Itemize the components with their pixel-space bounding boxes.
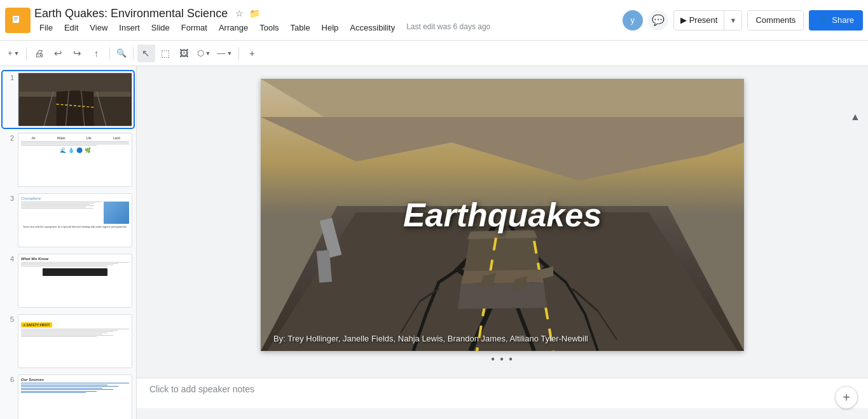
menu-insert[interactable]: Insert	[114, 22, 145, 34]
slide-canvas[interactable]: Earthquakes By: Trey Hollinger, Janelle …	[261, 79, 744, 351]
shapes-icon: ⬡	[197, 48, 204, 58]
present-label[interactable]: ▶ Present	[674, 15, 724, 25]
redo-icon: ↪	[73, 48, 81, 59]
add-slide-button[interactable]: +	[835, 386, 858, 409]
svg-line-27	[420, 289, 439, 301]
main-area: 1 Earthquakes	[0, 66, 868, 419]
slide-num-4: 4	[4, 254, 14, 263]
cursor-icon: ↖	[142, 48, 150, 59]
slide-num-1: 1	[4, 72, 14, 81]
image-button[interactable]: 🖼	[176, 45, 193, 62]
share-button[interactable]: 👤 Share	[809, 10, 863, 31]
share-icon: 👤	[818, 15, 828, 25]
menu-help[interactable]: Help	[317, 22, 344, 34]
comments-button[interactable]: Comments	[747, 10, 804, 31]
doc-icons: ☆ 📁	[233, 7, 261, 20]
slide-main-title: Earthquakes	[403, 196, 602, 234]
slide-num-5: 5	[4, 314, 14, 323]
doc-title-text[interactable]: Earth Quakes: Environmental Science	[34, 7, 228, 20]
menu-edit[interactable]: Edit	[59, 22, 83, 34]
slide-thumb-1: Earthquakes	[18, 72, 132, 127]
menu-format[interactable]: Format	[176, 22, 212, 34]
svg-marker-24	[458, 282, 547, 309]
slide4-thumb-title: What We Know	[21, 257, 129, 261]
menu-tools[interactable]: Tools	[254, 22, 284, 34]
text-box-button[interactable]: ⬚	[156, 45, 174, 62]
svg-rect-26	[317, 250, 332, 283]
paint-format-icon: ↑	[94, 48, 99, 58]
chat-icon[interactable]: 💬	[648, 10, 668, 31]
menu-accessibility[interactable]: Accessibility	[345, 22, 400, 34]
zoom-icon: 🔍	[116, 48, 127, 58]
select-tool[interactable]: ↖	[137, 45, 155, 62]
present-dropdown-icon[interactable]: ▼	[724, 10, 741, 31]
add-dropdown-icon: ▼	[14, 50, 20, 57]
slide2-col-water: Water	[49, 136, 74, 140]
title-area: Earth Quakes: Environmental Science ☆ 📁 …	[34, 7, 619, 34]
slide-item-3[interactable]: 3 Cryosphere	[3, 192, 134, 249]
svg-rect-1	[13, 15, 19, 16]
comment-button[interactable]: +	[243, 45, 261, 62]
paint-format-button[interactable]: ↑	[88, 45, 106, 62]
zoom-button[interactable]: 🔍	[114, 45, 129, 62]
svg-marker-8	[57, 90, 94, 126]
toolbar: +▼ 🖨 ↩ ↪ ↑ 🔍 ↖ ⬚ 🖼 ⬡▼ —▼ +	[0, 41, 868, 66]
toolbar-separator-1	[26, 47, 27, 60]
svg-rect-25	[320, 217, 342, 258]
toolbar-separator-4	[238, 47, 239, 60]
notes-placeholder[interactable]: Click to add speaker notes	[149, 384, 254, 394]
slides-panel: 1 Earthquakes	[0, 66, 137, 419]
right-controls: y 💬 ▶ Present ▼ Comments 👤 Share	[623, 10, 863, 31]
text-box-icon: ⬚	[161, 48, 170, 59]
slide-thumb-3: Cryosphere	[18, 193, 132, 247]
slide2-col-land: Land	[104, 136, 130, 140]
slide-item-1[interactable]: 1 Earthquakes	[3, 71, 134, 128]
slide-thumb-4: What We Know	[18, 254, 132, 308]
canvas-area: Earthquakes By: Trey Hollinger, Janelle …	[137, 66, 868, 419]
menu-bar: File Edit View Insert Slide Format Arran…	[34, 22, 619, 34]
image-icon: 🖼	[179, 48, 189, 58]
present-play-icon: ▶	[680, 15, 687, 25]
add-icon: +	[8, 48, 13, 58]
star-icon[interactable]: ☆	[233, 7, 245, 20]
svg-marker-33	[541, 266, 553, 279]
print-button[interactable]: 🖨	[31, 45, 48, 62]
slide-more-icon[interactable]: • • •	[491, 354, 514, 365]
menu-slide[interactable]: Slide	[146, 22, 175, 34]
lines-button[interactable]: —▼	[214, 45, 235, 62]
slide-item-6[interactable]: 6 Our Sources	[3, 373, 134, 419]
speaker-notes-area[interactable]: Click to add speaker notes	[137, 378, 868, 408]
last-edit-status: Last edit was 6 days ago	[406, 22, 490, 34]
svg-line-28	[401, 301, 420, 333]
add-button[interactable]: +▼	[5, 45, 22, 62]
slide-num-2: 2	[4, 133, 14, 142]
slide5-badge: ⚠ SAFETY FIRST!	[21, 322, 52, 327]
undo-button[interactable]: ↩	[50, 45, 67, 62]
lines-dropdown: ▼	[226, 50, 232, 57]
slide3-caption: Some text add the cryosphere as a specia…	[21, 225, 129, 228]
menu-arrange[interactable]: Arrange	[214, 22, 253, 34]
add-slide-icon: +	[843, 390, 850, 405]
slide2-col-air: Air	[21, 136, 46, 140]
folder-icon[interactable]: 📁	[248, 7, 261, 20]
redo-button[interactable]: ↪	[69, 45, 86, 62]
top-bar: Earth Quakes: Environmental Science ☆ 📁 …	[0, 0, 868, 41]
shapes-button[interactable]: ⬡▼	[195, 45, 214, 62]
slide-item-5[interactable]: 5 ⚠ SAFETY FIRST!	[3, 313, 134, 369]
collapse-panel-button[interactable]: ▲	[848, 109, 863, 125]
svg-marker-32	[512, 276, 528, 290]
menu-view[interactable]: View	[85, 22, 113, 34]
toolbar-separator-3	[133, 47, 134, 60]
svg-rect-3	[14, 18, 18, 19]
slide-item-2[interactable]: 2 Air Water Life Land	[3, 132, 134, 188]
avatar[interactable]: y	[623, 10, 643, 31]
menu-file[interactable]: File	[34, 22, 58, 34]
svg-line-30	[598, 311, 617, 340]
comment-icon: +	[249, 48, 255, 58]
slide-num-6: 6	[4, 374, 14, 383]
slide-item-4[interactable]: 4 What We Know	[3, 252, 134, 309]
present-button[interactable]: ▶ Present ▼	[673, 10, 743, 31]
menu-table[interactable]: Table	[286, 22, 315, 34]
svg-marker-16	[261, 117, 744, 181]
slide-dots: • • •	[261, 354, 744, 365]
